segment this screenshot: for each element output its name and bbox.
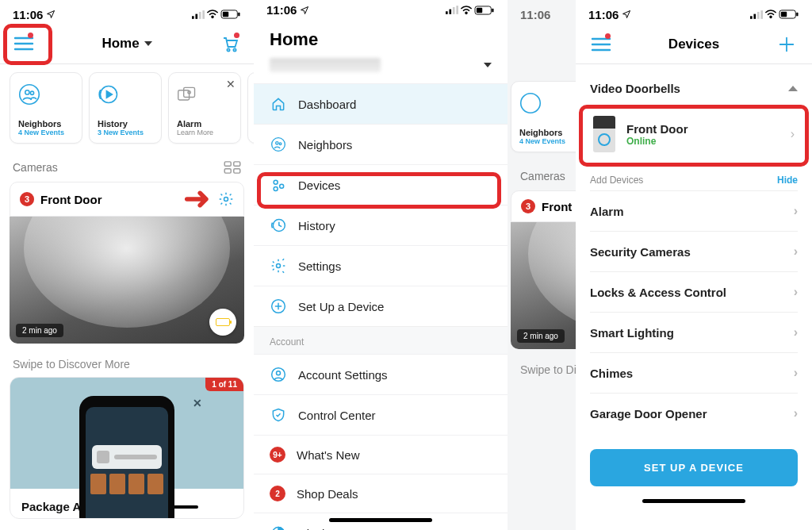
location-name-blurred: [270, 58, 381, 72]
screen-2-dimmed-slice: 11:06 Neighbors4 New Events Cameras 3Fro…: [508, 0, 576, 530]
menu-account-settings[interactable]: Account Settings: [254, 354, 508, 394]
wifi-icon: [460, 6, 473, 15]
svg-point-11: [227, 48, 229, 51]
svg-rect-55: [796, 13, 798, 17]
add-row-smart-lighting[interactable]: Smart Lighting›: [590, 313, 798, 353]
devices-header: Devices: [576, 25, 812, 63]
person-icon: [270, 366, 287, 383]
svg-rect-27: [453, 7, 455, 14]
svg-point-13: [20, 85, 40, 105]
add-row-garage[interactable]: Garage Door Opener›: [590, 394, 798, 433]
add-devices-label: Add Devices: [590, 175, 643, 186]
menu-item-label: Neighbors: [298, 138, 352, 152]
camera-timestamp: 2 min ago: [16, 324, 63, 337]
history-icon: [270, 217, 287, 234]
svg-point-45: [277, 371, 281, 375]
group-label: Video Doorbells: [590, 82, 680, 95]
svg-rect-0: [192, 16, 194, 19]
devices-icon: [270, 176, 287, 194]
add-row-security-cameras[interactable]: Security Cameras›: [590, 232, 798, 272]
svg-point-38: [274, 187, 278, 191]
quick-card-neighbors: Neighbors4 New Events: [511, 81, 576, 152]
menu-item-label: Dashboard: [298, 98, 356, 111]
header-title[interactable]: Home: [36, 36, 217, 52]
location-icon: [300, 6, 309, 15]
svg-rect-25: [446, 11, 448, 14]
neighbors-icon: [18, 83, 40, 106]
menu-shop-deals[interactable]: 2 Shop Deals: [254, 474, 508, 513]
add-icon[interactable]: [774, 32, 799, 57]
menu-title: Home: [254, 17, 508, 55]
battery-icon: [779, 10, 799, 19]
cart-icon[interactable]: [217, 31, 243, 56]
status-time: 11:06: [13, 8, 43, 21]
menu-settings[interactable]: Settings: [254, 245, 508, 286]
group-video-doorbells[interactable]: Video Doorbells: [590, 64, 798, 105]
quick-cards-row[interactable]: Neighbors 4 New Events History 3 New Eve…: [0, 64, 254, 152]
location-selector[interactable]: [254, 55, 508, 83]
svg-point-14: [25, 90, 29, 94]
menu-dashboard[interactable]: Dashboard: [254, 83, 508, 124]
add-row-chimes[interactable]: Chimes›: [590, 353, 798, 394]
quick-card-alarm[interactable]: ✕ Alarm Learn More: [168, 72, 241, 144]
menu-icon[interactable]: [11, 31, 36, 56]
camera-header-row[interactable]: 3 Front Door: [10, 182, 244, 217]
svg-point-37: [280, 184, 284, 188]
menu-history[interactable]: History: [254, 205, 508, 245]
svg-rect-21: [234, 162, 240, 166]
menu-whats-new[interactable]: 9+ What's New: [254, 435, 508, 474]
discover-card[interactable]: 1 of 11 ✕ Package Alerts: [10, 377, 244, 519]
menu-main-list: Dashboard Neighbors Devices History Sett…: [254, 83, 508, 530]
status-bar: 11:06: [576, 0, 812, 25]
alarm-icon: [177, 86, 197, 103]
battery-icon: [220, 10, 241, 19]
hide-button[interactable]: Hide: [777, 175, 798, 186]
add-devices-header: Add Devices Hide: [590, 163, 798, 190]
signal-icon: [446, 6, 458, 14]
screen-2-menu: 11:06 Home Dashboard Neighbors: [254, 0, 508, 530]
device-front-door[interactable]: Front Door Online ›: [590, 105, 798, 163]
gear-icon[interactable]: [218, 191, 234, 207]
chevron-right-icon: ›: [794, 325, 798, 340]
quick-card-more[interactable]: [247, 72, 254, 144]
gear-icon: [270, 257, 287, 275]
menu-neighbors[interactable]: Neighbors: [254, 124, 508, 164]
grid-view-icon[interactable]: [224, 161, 241, 174]
notification-dot-icon: [234, 33, 239, 38]
camera-preview[interactable]: 2 min ago: [10, 217, 244, 344]
svg-point-36: [274, 180, 278, 184]
page-title: Devices: [668, 36, 719, 52]
menu-icon[interactable]: [588, 32, 614, 57]
chevron-down-icon: [144, 41, 152, 46]
home-indicator: [642, 499, 745, 503]
menu-setup-device[interactable]: Set Up a Device: [254, 286, 508, 326]
add-row-alarm[interactable]: Alarm›: [590, 190, 798, 232]
card-subtitle: Learn More: [177, 129, 232, 136]
card-title: Alarm: [177, 119, 232, 129]
svg-rect-51: [760, 10, 763, 19]
chevron-right-icon: ›: [794, 285, 798, 299]
arrow-right-icon: [185, 190, 212, 208]
history-icon: [98, 83, 120, 106]
quick-card-history[interactable]: History 3 New Events: [89, 72, 162, 144]
battery-status-button[interactable]: [209, 309, 236, 336]
close-icon[interactable]: ✕: [226, 78, 236, 90]
menu-devices[interactable]: Devices: [254, 164, 508, 205]
app-header: Home: [0, 25, 254, 63]
signal-icon: [192, 10, 205, 19]
quick-card-neighbors[interactable]: Neighbors 4 New Events: [10, 72, 82, 144]
notification-dot-icon: [28, 33, 33, 38]
chevron-right-icon: ›: [794, 204, 798, 218]
menu-item-label: Control Center: [298, 409, 376, 422]
set-up-device-button[interactable]: SET UP A DEVICE: [590, 449, 798, 486]
plus-circle-icon: [270, 298, 287, 315]
menu-control-center[interactable]: Control Center: [254, 394, 508, 435]
events-badge: 3: [20, 192, 34, 206]
card-title: Neighbors: [18, 119, 74, 129]
svg-rect-1: [195, 13, 197, 18]
add-row-locks[interactable]: Locks & Access Control›: [590, 272, 798, 313]
menu-item-label: Set Up a Device: [298, 300, 384, 313]
svg-point-40: [277, 264, 281, 268]
svg-rect-48: [750, 16, 753, 19]
svg-rect-20: [224, 162, 231, 166]
